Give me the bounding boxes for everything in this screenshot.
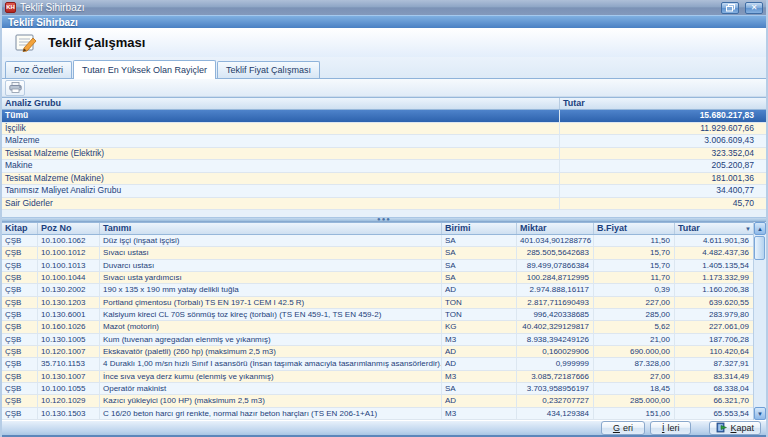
detail-row[interactable]: ÇŞB 10.130.1203 Portland çimentosu (Torb…: [2, 297, 753, 309]
cell-kitap: ÇŞB: [2, 334, 38, 345]
tab-label: Teklif Fiyat Çalışması: [226, 65, 311, 75]
detail-col-poz-no[interactable]: Poz No: [38, 223, 100, 234]
cell-tutar: 639.620,55: [675, 297, 753, 308]
summary-amount-cell: 45,70: [560, 198, 766, 210]
cell-birimi: TON: [442, 297, 517, 308]
tabstrip: Poz Özetleri Tutarı En Yüksek Olan Rayiç…: [2, 57, 766, 79]
detail-scrollbar[interactable]: ▲ ▼: [753, 222, 766, 420]
summary-col-analiz-grubu[interactable]: Analiz Grubu: [2, 98, 560, 109]
cell-tutar: 110.420,64: [675, 346, 753, 357]
cell-bfiyat: 11,70: [594, 272, 675, 283]
summary-row[interactable]: Tesisat Malzeme (Makine) 181.001,36: [2, 173, 766, 186]
banner-title: Teklif Sihirbazı: [8, 17, 78, 28]
cell-miktar: 996,420338685: [517, 309, 594, 320]
cell-birimi: SA: [442, 260, 517, 271]
detail-row[interactable]: ÇŞB 10.100.1012 Sıvacı ustası SA 285.505…: [2, 247, 753, 259]
detail-col-tutar[interactable]: Tutar ▼: [675, 223, 753, 234]
cell-birimi: M3: [442, 334, 517, 345]
detail-col-kitap[interactable]: Kitap: [2, 223, 38, 234]
cell-tanimi: 4 Duraklı 1,00 m/sn hızlı Sınıf I asansö…: [100, 358, 442, 369]
cell-poz-no: 10.130.2002: [38, 284, 100, 295]
cell-kitap: ÇŞB: [2, 284, 38, 295]
detail-row[interactable]: ÇŞB 10.100.1013 Duvarcı ustası SA 89.499…: [2, 260, 753, 272]
restore-button[interactable]: [721, 2, 739, 14]
tab-label: Poz Özetleri: [14, 65, 63, 75]
cell-tanimi: Duvarcı ustası: [100, 260, 442, 271]
cell-birimi: SA: [442, 235, 517, 246]
scroll-up-icon[interactable]: ▲: [754, 222, 766, 235]
grid-toolbar: [2, 79, 766, 97]
sort-desc-icon[interactable]: ▼: [745, 226, 751, 232]
wizard-window: KH Teklif Sihirbazı ✕ Teklif Sihirbazı T…: [0, 0, 768, 437]
summary-table-body: Tümü 15.680.217,83 İşçilik 11.929.607,66…: [2, 110, 766, 210]
summary-row[interactable]: Malzeme 3.006.609,43: [2, 135, 766, 148]
cell-bfiyat: 227,00: [594, 297, 675, 308]
detail-row[interactable]: ÇŞB 10.130.1007 İnce sıva veya derz kumu…: [2, 371, 753, 383]
detail-col-tanimi[interactable]: Tanımı: [100, 223, 442, 234]
detail-row[interactable]: ÇŞB 10.100.1044 Sıvacı usta yardımcısı S…: [2, 272, 753, 284]
cell-kitap: ÇŞB: [2, 321, 38, 332]
close-wizard-button[interactable]: Kapat: [709, 421, 761, 435]
app-logo-icon: KH: [5, 2, 16, 13]
cell-poz-no: 10.100.1044: [38, 272, 100, 283]
summary-row[interactable]: Tesisat Malzeme (Elektrik) 323.352,04: [2, 148, 766, 161]
summary-row[interactable]: İşçilik 11.929.607,66: [2, 123, 766, 136]
titlebar: KH Teklif Sihirbazı ✕: [2, 0, 766, 15]
cell-bfiyat: 285.000,00: [594, 395, 675, 406]
detail-row[interactable]: ÇŞB 35.710.1153 4 Duraklı 1,00 m/sn hızl…: [2, 358, 753, 370]
cell-bfiyat: 18,45: [594, 383, 675, 394]
detail-table-body: ÇŞB 10.100.1062 Düz işçi (inşaat işçisi)…: [2, 235, 753, 420]
detail-row[interactable]: ÇŞB 10.120.1007 Ekskavatör (paletli) (26…: [2, 346, 753, 358]
scrollbar-thumb[interactable]: [754, 236, 765, 260]
cell-miktar: 89.499,07866384: [517, 260, 594, 271]
cell-bfiyat: 285,00: [594, 309, 675, 320]
detail-row[interactable]: ÇŞB 10.160.1026 Mazot (motorin) KG 40.40…: [2, 321, 753, 333]
cell-birimi: M3: [442, 408, 517, 419]
print-button[interactable]: [5, 80, 25, 96]
cell-birimi: AD: [442, 346, 517, 357]
cell-tutar: 4.482.437,36: [675, 247, 753, 258]
cell-kitap: ÇŞB: [2, 247, 38, 258]
cell-miktar: 2.974.888,16117: [517, 284, 594, 295]
cell-poz-no: 10.130.1007: [38, 371, 100, 382]
detail-col-birimi[interactable]: Birimi: [442, 223, 517, 234]
detail-row[interactable]: ÇŞB 10.130.2002 190 x 135 x 190 mm yatay…: [2, 284, 753, 296]
cell-bfiyat: 151,00: [594, 408, 675, 419]
detail-row[interactable]: ÇŞB 10.100.1055 Operatör makinist SA 3.7…: [2, 383, 753, 395]
forward-button[interactable]: İleri: [650, 421, 692, 435]
cell-tanimi: Ekskavatör (paletli) (260 hp) (maksimum …: [100, 346, 442, 357]
summary-col-tutar[interactable]: Tutar: [560, 98, 766, 109]
scrollbar-track[interactable]: [754, 235, 766, 407]
summary-row[interactable]: Makine 205.200,87: [2, 160, 766, 173]
cell-miktar: 3.703,958956197: [517, 383, 594, 394]
cell-kitap: ÇŞB: [2, 408, 38, 419]
cell-tutar: 227.061,09: [675, 321, 753, 332]
cell-tanimi: Kum (tuvenan agregadan elenmiş ve yıkanm…: [100, 334, 442, 345]
cell-tanimi: Portland çimentosu (Torbalı) TS EN 197-1…: [100, 297, 442, 308]
back-button[interactable]: Geri: [601, 421, 645, 435]
detail-row[interactable]: ÇŞB 10.130.6001 Kalsiyum kireci CL 70S s…: [2, 309, 753, 321]
detail-col-bfiyat[interactable]: B.Fiyat: [594, 223, 675, 234]
cell-tutar: 283.979,80: [675, 309, 753, 320]
detail-row[interactable]: ÇŞB 10.130.1005 Kum (tuvenan agregadan e…: [2, 334, 753, 346]
summary-row[interactable]: Tanımsız Maliyet Analizi Grubu 34.400,77: [2, 185, 766, 198]
printer-icon: [9, 82, 22, 93]
detail-col-miktar[interactable]: Miktar: [517, 223, 594, 234]
cell-miktar: 3.085,72187666: [517, 371, 594, 382]
scroll-down-icon[interactable]: ▼: [754, 407, 766, 420]
detail-row[interactable]: ÇŞB 10.100.1062 Düz işçi (inşaat işçisi)…: [2, 235, 753, 247]
restore-icon: [726, 4, 735, 12]
cell-miktar: 8.938,394249126: [517, 334, 594, 345]
tab-tutari-en-yuksek-olan-rayicler[interactable]: Tutarı En Yüksek Olan Rayiçler: [73, 60, 216, 79]
summary-group-cell: Malzeme: [2, 135, 560, 147]
detail-row[interactable]: ÇŞB 10.130.1503 C 16/20 beton harcı gri …: [2, 408, 753, 420]
tab-poz-ozetleri[interactable]: Poz Özetleri: [5, 61, 72, 78]
close-button[interactable]: ✕: [745, 2, 763, 14]
summary-row[interactable]: Sair Giderler 45,70: [2, 198, 766, 211]
cell-tutar: 66.321,70: [675, 395, 753, 406]
cell-bfiyat: 0,39: [594, 284, 675, 295]
detail-row[interactable]: ÇŞB 10.120.1029 Kazıcı yükleyici (100 HP…: [2, 395, 753, 407]
summary-row[interactable]: Tümü 15.680.217,83: [2, 110, 766, 123]
summary-group-cell: Tümü: [2, 110, 560, 122]
tab-teklif-fiyat-calismasi[interactable]: Teklif Fiyat Çalışması: [217, 61, 320, 78]
